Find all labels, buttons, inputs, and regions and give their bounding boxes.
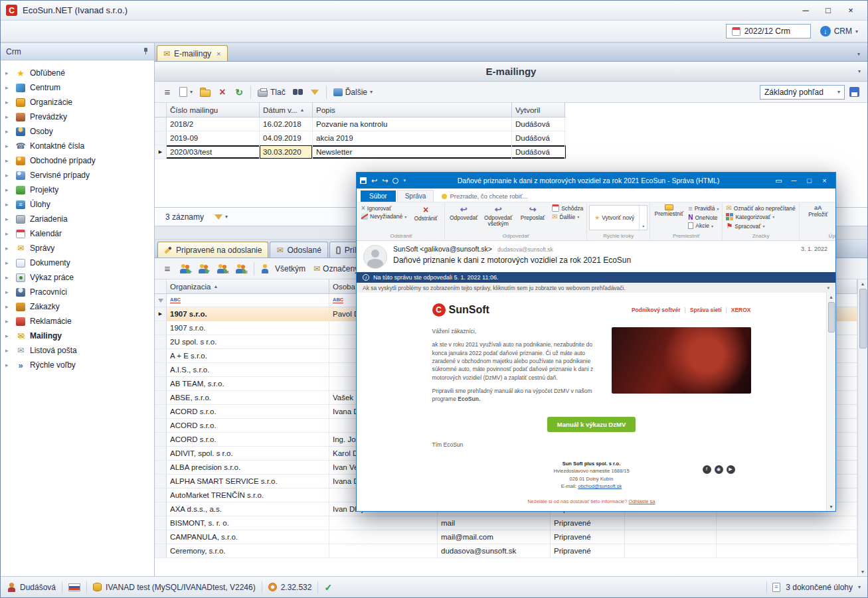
mark-unread-button[interactable]: ✉Označiť ako neprečítané (725, 204, 796, 212)
actions-button[interactable]: Akcie▾ (687, 222, 720, 229)
pin-icon[interactable] (142, 48, 149, 55)
send-all-button[interactable]: Všetkým (259, 261, 308, 277)
menu-item[interactable] (79, 27, 94, 35)
sidebar-item[interactable]: ▸ Centrum (1, 80, 154, 95)
cell-organization[interactable]: AutoMarket TRENČÍN s.r.o. (167, 488, 329, 502)
scroll-up-icon[interactable]: ▲ (861, 280, 865, 287)
statusbar-tasks[interactable]: 3 dokončené úlohy (786, 583, 853, 592)
email-maximize-button[interactable]: □ (802, 177, 817, 185)
touch-mode-icon[interactable] (392, 178, 398, 184)
expand-arrow-icon[interactable]: ▸ (5, 260, 11, 266)
recipients-scrollbar[interactable]: ▲ ▼ (857, 279, 867, 576)
save-icon[interactable] (360, 177, 367, 184)
column-header-number[interactable]: Číslo mailingu (167, 103, 260, 117)
sidebar-item[interactable]: ▸ Kalendár (1, 226, 154, 241)
detail-grid-menu-button[interactable]: ≡ (160, 261, 175, 277)
expand-arrow-icon[interactable]: ▸ (5, 230, 11, 237)
cell-empty[interactable] (625, 530, 717, 544)
sidebar-item[interactable]: ▸ Zariadenia (1, 212, 154, 226)
delete-button[interactable]: × (215, 84, 230, 100)
cell-empty[interactable] (625, 544, 717, 558)
cell-empty[interactable] (717, 530, 857, 544)
link-software[interactable]: Podnikový softvér (632, 307, 681, 313)
recipient-row[interactable]: BISMONT, s. r. o. mail Pripravené (155, 516, 857, 530)
cell-organization[interactable]: ALPHA SMART SERVICE s.r.o. (167, 475, 329, 488)
sidebar-item[interactable]: ▸ Výkaz práce (1, 270, 154, 285)
sidebar-item[interactable]: ▸ Servisné prípady (1, 168, 154, 183)
cell-number[interactable]: 2018/2 (167, 117, 260, 131)
reply-button[interactable]: ↩Odpovedať (447, 203, 480, 221)
find-button[interactable] (290, 84, 305, 100)
sidebar-item[interactable]: ▸ Reklamácie (1, 314, 154, 329)
expand-arrow-icon[interactable]: ▸ (5, 113, 11, 120)
menu-item[interactable] (64, 27, 79, 35)
refresh-button[interactable]: ↻ (232, 84, 246, 100)
menu-item[interactable] (50, 27, 64, 35)
rules-button[interactable]: ≡Pravidlá▾ (687, 204, 720, 212)
ribbon-display-icon[interactable]: ▭ (771, 177, 786, 185)
sidebar-item[interactable]: ▸ Zákazky (1, 299, 154, 314)
expand-arrow-icon[interactable]: ▸ (5, 362, 11, 368)
cell-organization[interactable]: A + E s.r.o. (167, 349, 329, 362)
menu-item[interactable] (21, 27, 35, 35)
cell-organization[interactable]: CAMPANULA, s.r.o. (167, 530, 329, 544)
cell-organization[interactable]: ALBA precision s.r.o. (167, 461, 329, 474)
sidebar-item[interactable]: ▸ Obľúbené (1, 66, 154, 80)
sidebar-item[interactable]: ▸ Projekty (1, 183, 154, 197)
expand-arrow-icon[interactable]: ▸ (5, 289, 11, 295)
unsubscribe-link[interactable]: Odhláste sa (629, 498, 655, 504)
tab-close-icon[interactable]: × (217, 50, 220, 58)
mailing-row[interactable]: 2018/2 16.02.2018 Pozvanie na kontrolu D… (155, 117, 566, 131)
follow-up-button[interactable]: ⚑Spracovať▾ (725, 222, 796, 230)
cell-organization[interactable]: ACORD s.r.o. (167, 419, 329, 432)
cell-email[interactable]: dudasova@sunsoft.sk (438, 544, 551, 558)
mailing-row[interactable]: 2020/03/test 30.03.2020 Newsletter Dudáš… (155, 145, 566, 159)
file-tab[interactable]: Súbor (361, 190, 396, 202)
undo-icon[interactable]: ↩ (371, 177, 377, 185)
sidebar-item[interactable]: ▸ Obchodné prípady (1, 153, 154, 168)
column-header-date[interactable]: Dátum v...▲ (260, 103, 313, 117)
cell-author[interactable]: Dudášová (512, 117, 565, 131)
sidebar-item[interactable]: ▸ Organizácie (1, 95, 154, 110)
records-filter-button[interactable]: ▾ (212, 209, 230, 225)
cell-date[interactable]: 04.09.2019 (260, 131, 313, 145)
youtube-icon[interactable]: ▶ (727, 465, 735, 474)
cell-organization[interactable]: 1907 s.r.o. (167, 321, 329, 335)
expand-arrow-icon[interactable]: ▸ (5, 187, 11, 193)
scroll-down-icon[interactable]: ▼ (861, 568, 865, 575)
tasks-dropdown-icon[interactable]: ▾ (858, 584, 861, 590)
expand-arrow-icon[interactable]: ▸ (5, 333, 11, 339)
close-button[interactable]: × (839, 3, 862, 18)
cell-status[interactable]: Pripravené (551, 516, 625, 530)
grid-menu-button[interactable]: ≡ (160, 84, 175, 100)
new-mailing-button[interactable]: ▾ (177, 84, 195, 100)
cell-desc[interactable]: Newsletter (313, 145, 512, 159)
expand-arrow-icon[interactable]: ▸ (5, 245, 11, 252)
expand-arrow-icon[interactable]: ▸ (5, 128, 11, 135)
cell-organization[interactable]: ABSE, s.r.o. (167, 391, 329, 404)
sidebar-item[interactable]: ▸ Úlohy (1, 197, 154, 212)
redo-icon[interactable]: ↪ (382, 177, 388, 185)
problem-info-bar[interactable]: Ak sa vyskytli problémy so zobrazením te… (357, 283, 835, 293)
menu-item[interactable] (35, 27, 50, 35)
cell-person[interactable] (329, 544, 438, 558)
expand-arrow-icon[interactable]: ▸ (5, 99, 11, 106)
maximize-button[interactable]: □ (817, 3, 839, 18)
page-header-dropdown-icon[interactable]: ▾ (858, 68, 861, 74)
manual-button[interactable]: Manuál k výkazu DzMV (547, 417, 636, 432)
cell-author[interactable]: Dudášová (512, 145, 565, 159)
quick-steps-box[interactable]: ★Vytvoriť nový ▾ (589, 205, 648, 230)
edit-recipients-button[interactable]: ✓ (196, 261, 212, 277)
open-button[interactable] (197, 84, 213, 100)
sidebar-item[interactable]: ▸ Listová pošta (1, 343, 154, 358)
recipient-row[interactable]: CAMPANULA, s.r.o. mail@mail.com Priprave… (155, 530, 857, 544)
cell-person[interactable] (329, 530, 438, 544)
email-titlebar[interactable]: ↩ ↪ ▾ Daňové priznanie k dani z motorový… (357, 173, 835, 188)
sidebar-item[interactable]: ▸ Prevádzky (1, 110, 154, 124)
scroll-up-icon[interactable]: ▲ (829, 293, 833, 301)
cell-organization[interactable]: A.I.S., s.r.o. (167, 363, 329, 376)
sidebar-item[interactable]: ▸ Dokumenty (1, 256, 154, 270)
expand-arrow-icon[interactable]: ▸ (5, 70, 11, 76)
delete-button[interactable]: ×Odstrániť (409, 203, 442, 222)
onenote-button[interactable]: NOneNote (687, 214, 720, 221)
